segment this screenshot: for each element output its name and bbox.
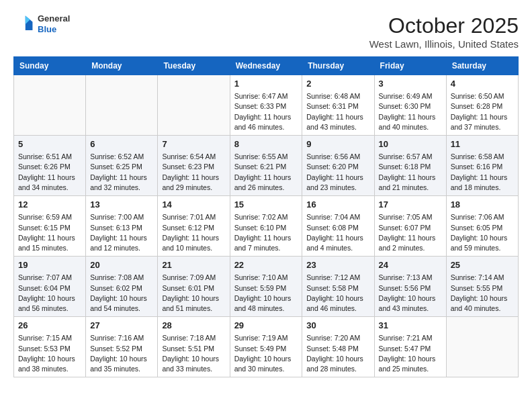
day-info: Sunrise: 6:55 AM Sunset: 6:21 PM Dayligh… xyxy=(234,152,298,193)
day-number: 15 xyxy=(234,199,298,211)
calendar-day-cell: 3Sunrise: 6:49 AM Sunset: 6:30 PM Daylig… xyxy=(374,75,446,136)
calendar-day-cell: 23Sunrise: 7:12 AM Sunset: 5:58 PM Dayli… xyxy=(302,257,374,317)
day-number: 30 xyxy=(306,320,369,332)
calendar-day-cell: 18Sunrise: 7:06 AM Sunset: 6:05 PM Dayli… xyxy=(446,196,518,257)
calendar-day-cell: 1Sunrise: 6:47 AM Sunset: 6:33 PM Daylig… xyxy=(230,75,302,136)
day-info: Sunrise: 6:48 AM Sunset: 6:31 PM Dayligh… xyxy=(306,91,369,132)
weekday-header: Tuesday xyxy=(158,57,230,75)
day-number: 3 xyxy=(379,78,442,90)
calendar-day-cell: 31Sunrise: 7:21 AM Sunset: 5:47 PM Dayli… xyxy=(374,317,446,377)
day-info: Sunrise: 7:16 AM Sunset: 5:52 PM Dayligh… xyxy=(90,333,153,374)
day-info: Sunrise: 7:18 AM Sunset: 5:51 PM Dayligh… xyxy=(162,333,225,374)
day-number: 31 xyxy=(379,320,442,332)
day-info: Sunrise: 7:02 AM Sunset: 6:10 PM Dayligh… xyxy=(234,212,298,253)
calendar-table: SundayMondayTuesdayWednesdayThursdayFrid… xyxy=(13,56,519,377)
calendar-day-cell: 20Sunrise: 7:08 AM Sunset: 6:02 PM Dayli… xyxy=(86,257,158,317)
day-number: 11 xyxy=(451,138,514,150)
day-info: Sunrise: 7:14 AM Sunset: 5:55 PM Dayligh… xyxy=(451,273,514,314)
day-number: 1 xyxy=(234,78,298,90)
calendar-day-cell: 29Sunrise: 7:19 AM Sunset: 5:49 PM Dayli… xyxy=(230,317,302,377)
day-number: 18 xyxy=(451,199,514,211)
calendar-day-cell: 21Sunrise: 7:09 AM Sunset: 6:01 PM Dayli… xyxy=(158,257,230,317)
day-info: Sunrise: 7:05 AM Sunset: 6:07 PM Dayligh… xyxy=(379,212,442,253)
calendar-day-cell: 27Sunrise: 7:16 AM Sunset: 5:52 PM Dayli… xyxy=(86,317,158,377)
day-number: 25 xyxy=(451,259,514,271)
day-info: Sunrise: 6:59 AM Sunset: 6:15 PM Dayligh… xyxy=(18,212,81,253)
calendar-day-cell: 28Sunrise: 7:18 AM Sunset: 5:51 PM Dayli… xyxy=(158,317,230,377)
calendar-day-cell: 16Sunrise: 7:04 AM Sunset: 6:08 PM Dayli… xyxy=(302,196,374,257)
logo-general: General xyxy=(38,13,70,24)
calendar-day-cell: 25Sunrise: 7:14 AM Sunset: 5:55 PM Dayli… xyxy=(446,257,518,317)
day-number: 29 xyxy=(234,320,298,332)
day-number: 12 xyxy=(18,199,81,211)
calendar-day-cell: 17Sunrise: 7:05 AM Sunset: 6:07 PM Dayli… xyxy=(374,196,446,257)
calendar-day-cell: 9Sunrise: 6:56 AM Sunset: 6:20 PM Daylig… xyxy=(302,136,374,196)
logo-blue: Blue xyxy=(38,24,70,35)
calendar-day-cell: 8Sunrise: 6:55 AM Sunset: 6:21 PM Daylig… xyxy=(230,136,302,196)
day-number: 28 xyxy=(162,320,225,332)
calendar-week-row: 19Sunrise: 7:07 AM Sunset: 6:04 PM Dayli… xyxy=(14,257,519,317)
day-info: Sunrise: 6:49 AM Sunset: 6:30 PM Dayligh… xyxy=(379,91,442,132)
day-number: 17 xyxy=(379,199,442,211)
day-info: Sunrise: 7:07 AM Sunset: 6:04 PM Dayligh… xyxy=(18,273,81,314)
day-number: 13 xyxy=(90,199,153,211)
day-info: Sunrise: 7:04 AM Sunset: 6:08 PM Dayligh… xyxy=(306,212,369,253)
calendar-day-cell: 10Sunrise: 6:57 AM Sunset: 6:18 PM Dayli… xyxy=(374,136,446,196)
calendar-day-cell: 30Sunrise: 7:20 AM Sunset: 5:48 PM Dayli… xyxy=(302,317,374,377)
calendar-day-cell: 22Sunrise: 7:10 AM Sunset: 5:59 PM Dayli… xyxy=(230,257,302,317)
day-number: 8 xyxy=(234,138,298,150)
day-info: Sunrise: 7:13 AM Sunset: 5:56 PM Dayligh… xyxy=(379,273,442,314)
calendar-day-cell: 26Sunrise: 7:15 AM Sunset: 5:53 PM Dayli… xyxy=(14,317,86,377)
logo-icon xyxy=(13,13,35,35)
logo-text: General Blue xyxy=(38,13,70,34)
day-info: Sunrise: 6:50 AM Sunset: 6:28 PM Dayligh… xyxy=(451,91,514,132)
calendar-day-cell: 7Sunrise: 6:54 AM Sunset: 6:23 PM Daylig… xyxy=(158,136,230,196)
day-number: 19 xyxy=(18,259,81,271)
weekday-header: Saturday xyxy=(446,57,518,75)
calendar-day-cell: 5Sunrise: 6:51 AM Sunset: 6:26 PM Daylig… xyxy=(14,136,86,196)
calendar-week-row: 12Sunrise: 6:59 AM Sunset: 6:15 PM Dayli… xyxy=(14,196,519,257)
calendar-day-cell xyxy=(158,75,230,136)
calendar-day-cell: 13Sunrise: 7:00 AM Sunset: 6:13 PM Dayli… xyxy=(86,196,158,257)
day-number: 22 xyxy=(234,259,298,271)
calendar-day-cell: 11Sunrise: 6:58 AM Sunset: 6:16 PM Dayli… xyxy=(446,136,518,196)
day-info: Sunrise: 6:51 AM Sunset: 6:26 PM Dayligh… xyxy=(18,152,81,193)
day-info: Sunrise: 6:56 AM Sunset: 6:20 PM Dayligh… xyxy=(306,152,369,193)
day-info: Sunrise: 7:10 AM Sunset: 5:59 PM Dayligh… xyxy=(234,273,298,314)
logo: General Blue xyxy=(13,13,70,35)
day-number: 23 xyxy=(306,259,369,271)
calendar-day-cell: 12Sunrise: 6:59 AM Sunset: 6:15 PM Dayli… xyxy=(14,196,86,257)
page-header: General Blue October 2025 West Lawn, Ill… xyxy=(13,13,519,50)
day-info: Sunrise: 7:08 AM Sunset: 6:02 PM Dayligh… xyxy=(90,273,153,314)
day-number: 2 xyxy=(306,78,369,90)
day-info: Sunrise: 6:58 AM Sunset: 6:16 PM Dayligh… xyxy=(451,152,514,193)
calendar-day-cell: 24Sunrise: 7:13 AM Sunset: 5:56 PM Dayli… xyxy=(374,257,446,317)
weekday-header: Monday xyxy=(86,57,158,75)
calendar-day-cell xyxy=(86,75,158,136)
day-info: Sunrise: 7:19 AM Sunset: 5:49 PM Dayligh… xyxy=(234,333,298,374)
location: West Lawn, Illinois, United States xyxy=(369,38,519,50)
calendar-day-cell xyxy=(14,75,86,136)
day-number: 5 xyxy=(18,138,81,150)
calendar-day-cell: 4Sunrise: 6:50 AM Sunset: 6:28 PM Daylig… xyxy=(446,75,518,136)
calendar-day-cell xyxy=(446,317,518,377)
calendar-day-cell: 19Sunrise: 7:07 AM Sunset: 6:04 PM Dayli… xyxy=(14,257,86,317)
day-info: Sunrise: 7:00 AM Sunset: 6:13 PM Dayligh… xyxy=(90,212,153,253)
day-number: 14 xyxy=(162,199,225,211)
calendar-week-row: 1Sunrise: 6:47 AM Sunset: 6:33 PM Daylig… xyxy=(14,75,519,136)
day-info: Sunrise: 7:12 AM Sunset: 5:58 PM Dayligh… xyxy=(306,273,369,314)
day-number: 20 xyxy=(90,259,153,271)
day-info: Sunrise: 7:09 AM Sunset: 6:01 PM Dayligh… xyxy=(162,273,225,314)
weekday-header-row: SundayMondayTuesdayWednesdayThursdayFrid… xyxy=(14,57,519,75)
day-number: 21 xyxy=(162,259,225,271)
day-number: 16 xyxy=(306,199,369,211)
day-info: Sunrise: 6:57 AM Sunset: 6:18 PM Dayligh… xyxy=(379,152,442,193)
day-number: 26 xyxy=(18,320,81,332)
weekday-header: Sunday xyxy=(14,57,86,75)
day-info: Sunrise: 6:47 AM Sunset: 6:33 PM Dayligh… xyxy=(234,91,298,132)
weekday-header: Wednesday xyxy=(230,57,302,75)
day-number: 27 xyxy=(90,320,153,332)
day-info: Sunrise: 7:21 AM Sunset: 5:47 PM Dayligh… xyxy=(379,333,442,374)
weekday-header: Thursday xyxy=(302,57,374,75)
day-number: 4 xyxy=(451,78,514,90)
